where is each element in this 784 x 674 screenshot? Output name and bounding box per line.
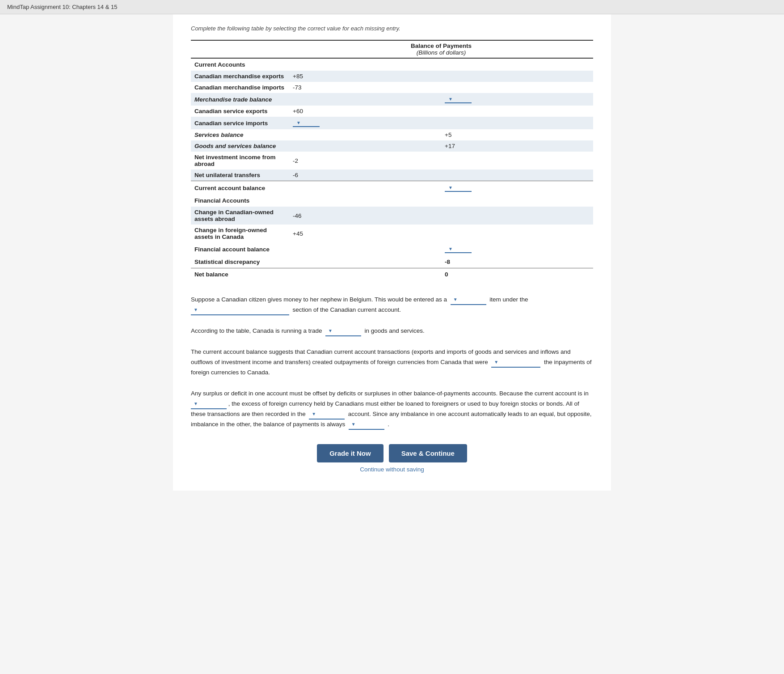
question-3: The current account balance suggests tha… <box>191 347 593 378</box>
row-label: Net unilateral transfers <box>191 170 289 181</box>
row-dropdown-cell[interactable]: ▼ <box>289 117 441 129</box>
row-label: Change in foreign-owned assets in Canada <box>191 225 289 242</box>
row-dropdown-cell[interactable]: ▼ <box>441 181 593 195</box>
canadian-service-imports-dropdown[interactable]: ▼ <box>293 119 320 127</box>
table-row: Statistical discrepancy -8 <box>191 256 593 268</box>
table-row: Change in foreign-owned assets in Canada… <box>191 225 593 242</box>
col-header-title: Balance of Payments <box>293 42 590 49</box>
q4-dropdown2[interactable]: ▼ <box>309 409 345 420</box>
dropdown-arrow-icon: ▼ <box>448 246 453 251</box>
row-val2: +5 <box>441 129 593 140</box>
q4-dropdown3[interactable]: ▼ <box>349 420 384 430</box>
q4-text-before1: Any surplus or deficit in one account mu… <box>191 390 589 397</box>
row-label: Canadian merchandise exports <box>191 71 289 82</box>
q1-dropdown2[interactable]: ▼ <box>191 305 289 315</box>
row-val1: +85 <box>289 71 441 82</box>
q3-dropdown[interactable]: ▼ <box>491 357 540 368</box>
row-label: Canadian merchandise imports <box>191 82 289 93</box>
section-label: Current account balance <box>191 181 289 195</box>
row-label: Services balance <box>191 129 289 140</box>
q2-text-after: in goods and services. <box>364 327 424 334</box>
button-group: Grade it Now Save & Continue <box>317 444 467 462</box>
row-val1 <box>289 181 441 195</box>
q2-dropdown[interactable]: ▼ <box>325 326 361 336</box>
grade-it-now-button[interactable]: Grade it Now <box>317 444 384 462</box>
row-val2: -8 <box>441 256 593 268</box>
dropdown-arrow-icon: ▼ <box>296 120 301 125</box>
table-header-row: Balance of Payments (Billions of dollars… <box>191 40 593 58</box>
continue-without-saving-link[interactable]: Continue without saving <box>360 466 424 473</box>
question-2: According to the table, Canada is runnin… <box>191 326 593 336</box>
section-label: Statistical discrepancy <box>191 256 289 268</box>
row-label: Merchandise trade balance <box>191 93 289 106</box>
row-val1 <box>289 129 441 140</box>
question-4: Any surplus or deficit in one account mu… <box>191 389 593 430</box>
title-bar: MindTap Assignment 10: Chapters 14 & 15 <box>0 0 784 14</box>
table-row: Merchandise trade balance ▼ <box>191 93 593 106</box>
main-content: Complete the following table by selectin… <box>173 14 611 491</box>
dropdown-arrow-icon: ▼ <box>351 420 356 428</box>
table-row: Canadian merchandise imports -73 <box>191 82 593 93</box>
save-and-continue-button[interactable]: Save & Continue <box>389 444 467 462</box>
q1-text-after1: section of the Canadian current account. <box>293 306 401 313</box>
q4-text-after: . <box>388 421 389 428</box>
table-row: Canadian service exports +60 <box>191 106 593 117</box>
financial-account-balance-dropdown[interactable]: ▼ <box>445 246 472 253</box>
row-val2 <box>441 207 593 225</box>
table-row: Current account balance ▼ <box>191 181 593 195</box>
row-val1 <box>289 256 441 268</box>
row-val2 <box>441 170 593 181</box>
button-row: Grade it Now Save & Continue Continue wi… <box>191 444 593 473</box>
row-val2: 0 <box>441 268 593 281</box>
row-dropdown-cell[interactable]: ▼ <box>441 242 593 256</box>
table-row: Financial account balance ▼ <box>191 242 593 256</box>
row-val1: -73 <box>289 82 441 93</box>
row-val1: +45 <box>289 225 441 242</box>
row-val1: -46 <box>289 207 441 225</box>
row-dropdown-cell[interactable]: ▼ <box>441 93 593 106</box>
row-label: Canadian service imports <box>191 117 289 129</box>
row-val2 <box>441 225 593 242</box>
merchandise-trade-balance-dropdown[interactable]: ▼ <box>445 96 472 103</box>
dropdown-arrow-icon: ▼ <box>194 400 198 407</box>
row-val1 <box>289 242 441 256</box>
row-val2 <box>441 82 593 93</box>
dropdown-arrow-icon: ▼ <box>448 97 453 102</box>
q1-text-before1: Suppose a Canadian citizen gives money t… <box>191 296 447 303</box>
col-header-subtitle: (Billions of dollars) <box>293 49 590 56</box>
section-label: Financial Accounts <box>191 195 593 207</box>
row-val1 <box>289 93 441 106</box>
question-1: Suppose a Canadian citizen gives money t… <box>191 295 593 315</box>
row-label: Net investment income from abroad <box>191 152 289 170</box>
bop-table: Balance of Payments (Billions of dollars… <box>191 40 593 280</box>
table-row: Services balance +5 <box>191 129 593 140</box>
table-row: Financial Accounts <box>191 195 593 207</box>
q4-dropdown1[interactable]: ▼ <box>191 399 227 409</box>
current-account-balance-dropdown[interactable]: ▼ <box>445 184 472 192</box>
row-val2 <box>441 106 593 117</box>
row-val1: +60 <box>289 106 441 117</box>
table-row: Current Accounts <box>191 59 593 71</box>
section-label: Current Accounts <box>191 59 593 71</box>
intro-text: Complete the following table by selectin… <box>191 25 593 32</box>
row-val2 <box>441 152 593 170</box>
table-row: Change in Canadian-owned assets abroad -… <box>191 207 593 225</box>
table-row: Goods and services balance +17 <box>191 140 593 152</box>
dropdown-arrow-icon: ▼ <box>312 410 316 418</box>
row-val1: -2 <box>289 152 441 170</box>
table-row: Canadian service imports ▼ <box>191 117 593 129</box>
row-label: Goods and services balance <box>191 140 289 152</box>
dropdown-arrow-icon: ▼ <box>494 358 498 366</box>
table-row: Net investment income from abroad -2 <box>191 152 593 170</box>
row-val1 <box>289 268 441 281</box>
page-title: MindTap Assignment 10: Chapters 14 & 15 <box>7 4 117 10</box>
q1-dropdown1[interactable]: ▼ <box>451 295 486 305</box>
row-val2 <box>441 117 593 129</box>
table-row: Canadian merchandise exports +85 <box>191 71 593 82</box>
q1-text-between1: item under the <box>489 296 528 303</box>
dropdown-arrow-icon: ▼ <box>448 185 453 190</box>
row-label: Canadian service exports <box>191 106 289 117</box>
row-val2 <box>441 71 593 82</box>
row-val2: +17 <box>441 140 593 152</box>
row-val1 <box>289 140 441 152</box>
